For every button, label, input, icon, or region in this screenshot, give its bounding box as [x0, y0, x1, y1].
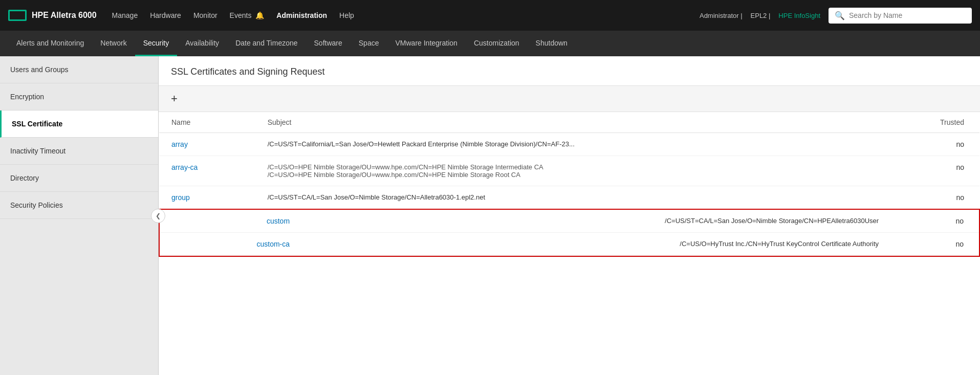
subnav-availability[interactable]: Availability — [177, 31, 227, 56]
sidebar-item-directory[interactable]: Directory — [0, 165, 158, 192]
sidebar-item-encryption[interactable]: Encryption — [0, 83, 158, 111]
top-nav-links: Manage Hardware Monitor Events 🔔 Adminis… — [112, 9, 700, 21]
user-info: Administrator | — [700, 12, 743, 19]
table-row: array/C=US/ST=California/L=San Jose/O=He… — [159, 133, 979, 156]
cert-subject: /C=US/O=HPE Nimble Storage/OU=www.hpe.co… — [255, 156, 882, 186]
table-header-row: Name Subject Trusted — [159, 112, 979, 133]
nav-help[interactable]: Help — [339, 9, 354, 21]
search-box: 🔍 — [829, 8, 972, 24]
cert-subject: /C=US/ST=California/L=San Jose/O=Hewlett… — [255, 133, 882, 156]
nav-administration[interactable]: Administration — [276, 9, 327, 21]
nav-events[interactable]: Events 🔔 — [230, 9, 265, 21]
subnav-customization[interactable]: Customization — [466, 31, 528, 56]
table-row: array-ca/C=US/O=HPE Nimble Storage/OU=ww… — [159, 156, 979, 186]
cert-name-link[interactable]: array — [171, 140, 188, 148]
subnav-vmware[interactable]: VMware Integration — [387, 31, 465, 56]
cert-trusted: no — [891, 233, 979, 256]
bell-icon: 🔔 — [255, 11, 264, 19]
add-certificate-button[interactable]: + — [171, 92, 178, 105]
sidebar: Users and Groups Encryption SSL Certific… — [0, 56, 159, 375]
cert-name-link[interactable]: custom-ca — [256, 240, 290, 248]
table-row: custom-ca/C=US/O=HyTrust Inc./CN=HyTrust… — [160, 233, 979, 256]
cert-trusted: no — [882, 156, 979, 186]
cert-subject: /C=US/ST=CA/L=San Jose/O=Nimble Storage/… — [302, 210, 891, 233]
toolbar: + — [159, 86, 980, 112]
subnav-alerts[interactable]: Alerts and Monitoring — [8, 31, 92, 56]
nav-hardware[interactable]: Hardware — [150, 9, 181, 21]
cert-name-link[interactable]: custom — [267, 217, 290, 225]
top-nav-bar: HPE Alletra 6000 Manage Hardware Monitor… — [0, 0, 980, 31]
cert-subject: /C=US/ST=CA/L=San Jose/O=Nimble Storage/… — [255, 186, 882, 210]
search-icon: 🔍 — [835, 11, 845, 20]
sidebar-item-ssl-certificate[interactable]: SSL Certificate — [0, 111, 158, 138]
cert-name-link[interactable]: array-ca — [171, 163, 198, 171]
top-right-area: Administrator | EPL2 | HPE InfoSight 🔍 — [700, 8, 972, 24]
certificates-table: Name Subject Trusted array/C=US/ST=Calif… — [159, 112, 980, 257]
nav-monitor[interactable]: Monitor — [193, 9, 217, 21]
subnav-software[interactable]: Software — [306, 31, 351, 56]
col-header-subject: Subject — [255, 112, 882, 133]
instance-label: EPL2 | — [751, 12, 771, 19]
subnav-network[interactable]: Network — [92, 31, 135, 56]
table-row: custom/C=US/ST=CA/L=San Jose/O=Nimble St… — [160, 210, 979, 233]
subnav-date-timezone[interactable]: Date and Timezone — [227, 31, 306, 56]
page-layout: Users and Groups Encryption SSL Certific… — [0, 56, 980, 375]
search-input[interactable] — [849, 11, 966, 19]
brand-name: HPE Alletra 6000 — [32, 11, 97, 20]
sidebar-item-inactivity-timeout[interactable]: Inactivity Timeout — [0, 138, 158, 165]
sidebar-collapse-button[interactable]: ❮ — [151, 209, 165, 223]
main-content: SSL Certificates and Signing Request + N… — [159, 56, 980, 375]
col-header-trusted: Trusted — [882, 112, 979, 133]
sidebar-item-users-groups[interactable]: Users and Groups — [0, 56, 158, 83]
cert-subject: /C=US/O=HyTrust Inc./CN=HyTrust KeyContr… — [302, 233, 891, 256]
cert-trusted: no — [882, 133, 979, 156]
logo-area: HPE Alletra 6000 — [8, 10, 97, 21]
highlighted-rows-wrapper: custom/C=US/ST=CA/L=San Jose/O=Nimble St… — [159, 209, 979, 256]
table-row: group/C=US/ST=CA/L=San Jose/O=Nimble Sto… — [159, 186, 979, 210]
subnav-security[interactable]: Security — [135, 31, 178, 56]
cert-name-link[interactable]: group — [171, 193, 190, 202]
nav-manage[interactable]: Manage — [112, 9, 138, 21]
cert-trusted: no — [882, 186, 979, 210]
sidebar-item-security-policies[interactable]: Security Policies — [0, 192, 158, 219]
page-title: SSL Certificates and Signing Request — [159, 56, 980, 86]
col-header-name: Name — [159, 112, 255, 133]
subnav-space[interactable]: Space — [351, 31, 387, 56]
hpe-logo-rect — [8, 10, 27, 21]
subnav-shutdown[interactable]: Shutdown — [528, 31, 576, 56]
cert-trusted: no — [891, 210, 979, 233]
sub-nav-bar: Alerts and Monitoring Network Security A… — [0, 31, 980, 56]
hpe-infosight-link[interactable]: HPE InfoSight — [778, 12, 820, 19]
